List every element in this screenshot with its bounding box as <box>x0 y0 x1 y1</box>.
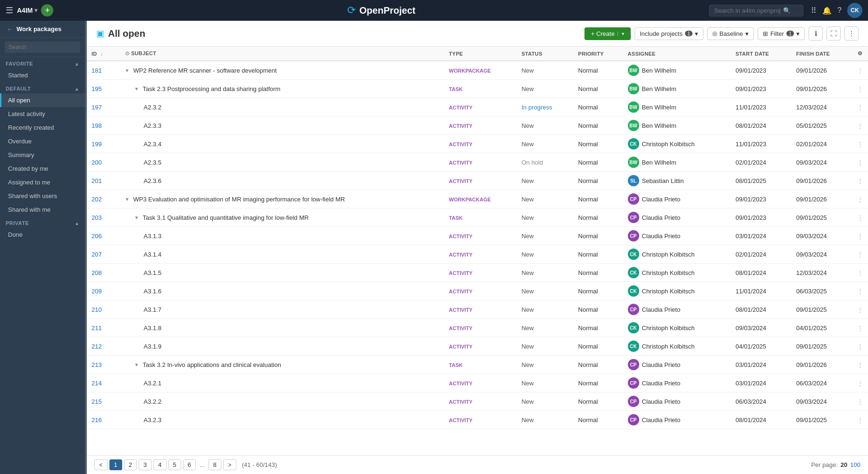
row-type[interactable]: ACTIVITY <box>444 319 517 337</box>
help-icon[interactable]: ? <box>837 6 842 15</box>
filter-button[interactable]: ⊞ Filter 1 ▾ <box>758 27 805 40</box>
grid-icon[interactable]: ⠿ <box>811 6 817 15</box>
row-settings[interactable]: ⋮ <box>852 282 868 300</box>
row-settings[interactable]: ⋮ <box>852 337 868 356</box>
fullscreen-button[interactable]: ⛶ <box>826 26 841 41</box>
row-id[interactable]: 202 <box>87 190 120 208</box>
sidebar-item-started[interactable]: Started <box>0 68 85 82</box>
row-type[interactable]: ACTIVITY <box>444 282 517 300</box>
row-settings[interactable]: ⋮ <box>852 227 868 245</box>
row-type[interactable]: WORKPACKAGE <box>444 190 517 208</box>
sidebar-section-default[interactable]: DEFAULT ▲ <box>0 82 85 93</box>
row-id[interactable]: 203 <box>87 208 120 227</box>
back-arrow-icon[interactable]: ← <box>7 25 13 33</box>
row-settings[interactable]: ⋮ <box>852 208 868 227</box>
sidebar-item-shared-with-users[interactable]: Shared with users <box>0 189 85 203</box>
row-settings[interactable]: ⋮ <box>852 374 868 392</box>
row-type[interactable]: WORKPACKAGE <box>444 61 517 80</box>
row-id[interactable]: 211 <box>87 319 120 337</box>
row-settings[interactable]: ⋮ <box>852 264 868 282</box>
row-type[interactable]: ACTIVITY <box>444 245 517 264</box>
sidebar-item-latest-activity[interactable]: Latest activity <box>0 107 85 121</box>
next-page-button[interactable]: > <box>223 459 236 470</box>
row-settings[interactable]: ⋮ <box>852 245 868 264</box>
row-id[interactable]: 207 <box>87 245 120 264</box>
row-id[interactable]: 208 <box>87 264 120 282</box>
page-button-6[interactable]: 6 <box>183 459 196 470</box>
row-settings[interactable]: ⋮ <box>852 411 868 429</box>
collapse-arrow-icon[interactable]: ▼ <box>134 362 139 367</box>
global-search[interactable]: 🔍 <box>709 5 803 17</box>
hamburger-icon[interactable]: ☰ <box>6 5 13 16</box>
row-type[interactable]: ACTIVITY <box>444 172 517 190</box>
row-type[interactable]: ACTIVITY <box>444 337 517 356</box>
row-type[interactable]: ACTIVITY <box>444 153 517 172</box>
row-type[interactable]: ACTIVITY <box>444 135 517 153</box>
sidebar-item-summary[interactable]: Summary <box>0 148 85 162</box>
row-type[interactable]: ACTIVITY <box>444 264 517 282</box>
row-settings[interactable]: ⋮ <box>852 190 868 208</box>
row-settings[interactable]: ⋮ <box>852 116 868 135</box>
page-button-2[interactable]: 2 <box>124 459 137 470</box>
sidebar-section-private[interactable]: PRIVATE ▲ <box>0 216 85 228</box>
per-page-100[interactable]: 100 <box>850 461 860 468</box>
row-type[interactable]: ACTIVITY <box>444 392 517 411</box>
row-settings[interactable]: ⋮ <box>852 319 868 337</box>
include-projects-button[interactable]: Include projects 1 ▾ <box>634 27 703 40</box>
sidebar-section-favorite[interactable]: FAVORITE ▲ <box>0 57 85 68</box>
col-settings[interactable]: ⚙ <box>852 47 868 61</box>
collapse-arrow-icon[interactable]: ▼ <box>134 215 139 220</box>
row-type[interactable]: ACTIVITY <box>444 300 517 319</box>
user-avatar[interactable]: CK <box>847 3 862 18</box>
page-button-3[interactable]: 3 <box>139 459 151 470</box>
create-button[interactable]: + Create ▾ <box>584 27 631 40</box>
bell-icon[interactable]: 🔔 <box>822 6 832 15</box>
sidebar-item-done[interactable]: Done <box>0 228 85 241</box>
col-id[interactable]: ID ↕ <box>87 47 120 61</box>
row-id[interactable]: 200 <box>87 153 120 172</box>
per-page-20[interactable]: 20 <box>841 461 847 468</box>
row-id[interactable]: 215 <box>87 392 120 411</box>
row-id[interactable]: 209 <box>87 282 120 300</box>
page-button-5[interactable]: 5 <box>168 459 181 470</box>
row-id[interactable]: 181 <box>87 61 120 80</box>
row-type[interactable]: TASK <box>444 356 517 374</box>
row-id[interactable]: 212 <box>87 337 120 356</box>
row-id[interactable]: 197 <box>87 98 120 116</box>
page-button-4[interactable]: 4 <box>153 459 166 470</box>
row-id[interactable]: 206 <box>87 227 120 245</box>
page-button-8[interactable]: 8 <box>209 459 221 470</box>
info-button[interactable]: ℹ <box>809 26 823 41</box>
page-button-1[interactable]: 1 <box>109 459 122 470</box>
row-settings[interactable]: ⋮ <box>852 135 868 153</box>
row-settings[interactable]: ⋮ <box>852 392 868 411</box>
sidebar-item-recently-created[interactable]: Recently created <box>0 121 85 134</box>
row-settings[interactable]: ⋮ <box>852 61 868 80</box>
row-type[interactable]: ACTIVITY <box>444 116 517 135</box>
row-id[interactable]: 198 <box>87 116 120 135</box>
project-name[interactable]: A4IM ▾ <box>17 7 37 14</box>
row-settings[interactable]: ⋮ <box>852 80 868 98</box>
row-settings[interactable]: ⋮ <box>852 356 868 374</box>
row-settings[interactable]: ⋮ <box>852 172 868 190</box>
new-item-button[interactable]: + <box>41 4 53 17</box>
row-id[interactable]: 195 <box>87 80 120 98</box>
row-id[interactable]: 201 <box>87 172 120 190</box>
sidebar-item-assigned-to-me[interactable]: Assigned to me <box>0 175 85 189</box>
row-settings[interactable]: ⋮ <box>852 98 868 116</box>
search-input[interactable] <box>714 7 780 14</box>
sidebar-item-overdue[interactable]: Overdue <box>0 134 85 148</box>
row-id[interactable]: 210 <box>87 300 120 319</box>
row-type[interactable]: TASK <box>444 80 517 98</box>
collapse-arrow-icon[interactable]: ▼ <box>134 86 139 91</box>
row-type[interactable]: ACTIVITY <box>444 227 517 245</box>
sidebar-item-created-by-me[interactable]: Created by me <box>0 162 85 175</box>
row-id[interactable]: 216 <box>87 411 120 429</box>
baseline-button[interactable]: ◎ Baseline ▾ <box>707 27 754 40</box>
row-id[interactable]: 213 <box>87 356 120 374</box>
row-settings[interactable]: ⋮ <box>852 153 868 172</box>
row-type[interactable]: ACTIVITY <box>444 411 517 429</box>
prev-page-button[interactable]: < <box>94 459 108 470</box>
row-type[interactable]: ACTIVITY <box>444 98 517 116</box>
row-type[interactable]: ACTIVITY <box>444 374 517 392</box>
